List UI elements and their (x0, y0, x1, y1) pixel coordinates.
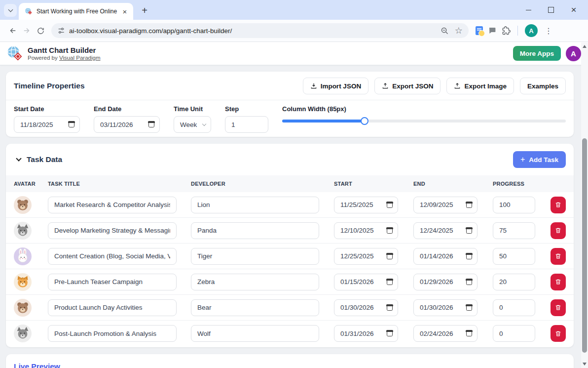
examples-button[interactable]: Examples (520, 78, 566, 94)
close-button[interactable] (562, 0, 585, 20)
browser-titlebar: Start Working with Free Online (0, 0, 588, 20)
task-title-input[interactable] (48, 325, 177, 342)
column-width-slider[interactable] (282, 120, 566, 123)
add-task-button[interactable]: Add Task (513, 151, 566, 168)
task-title-input[interactable] (48, 222, 177, 239)
zoom-out-icon[interactable] (441, 27, 449, 35)
time-unit-field: Time Unit Week (174, 105, 211, 133)
calendar-icon[interactable] (387, 202, 393, 208)
delete-task-button[interactable] (551, 325, 566, 342)
app-header: Gantt Chart Builder Powered by Visual Pa… (0, 42, 588, 65)
table-row: 01/31/2026 02/24/2026 (6, 321, 574, 346)
page-scrollbar[interactable] (581, 42, 588, 368)
calendar-icon[interactable] (466, 202, 472, 208)
calendar-icon[interactable] (387, 253, 393, 259)
calendar-icon[interactable] (387, 330, 393, 336)
task-title-input[interactable] (48, 274, 177, 290)
more-apps-button[interactable]: More Apps (513, 46, 561, 61)
chevron-down-icon (202, 122, 206, 125)
upload-icon (382, 82, 389, 89)
start-date-input[interactable]: 01/31/2026 (334, 325, 398, 342)
end-date-input[interactable]: 12/09/2025 (413, 197, 478, 213)
reload-button[interactable] (34, 24, 47, 38)
developer-input[interactable] (191, 222, 319, 239)
scrollbar-thumb[interactable] (582, 138, 587, 353)
progress-input[interactable] (493, 248, 535, 265)
step-input[interactable] (225, 116, 268, 133)
time-unit-select[interactable]: Week (174, 116, 211, 133)
start-date-input[interactable]: 12/25/2025 (334, 248, 398, 265)
export-image-button[interactable]: Export Image (446, 78, 514, 94)
end-date-input[interactable]: 12/24/2025 (413, 222, 478, 239)
bookmark-star-icon[interactable] (455, 26, 463, 35)
developer-input[interactable] (191, 248, 319, 265)
back-arrow-icon (8, 26, 17, 35)
task-title-input[interactable] (48, 248, 177, 265)
end-date-input[interactable]: 01/29/2026 (413, 274, 478, 290)
column-header-end: END (413, 181, 493, 187)
delete-task-button[interactable] (551, 299, 566, 316)
minimize-button[interactable] (517, 0, 540, 20)
calendar-icon[interactable] (466, 305, 472, 311)
extensions-puzzle-icon[interactable] (502, 26, 511, 35)
scroll-down-arrow-icon[interactable] (583, 363, 587, 366)
back-button[interactable] (6, 24, 20, 38)
start-date-input[interactable]: 11/18/2025 (14, 116, 80, 133)
tab-close-icon[interactable] (120, 7, 129, 16)
user-avatar[interactable]: A (566, 46, 581, 61)
task-title-input[interactable] (48, 197, 177, 213)
developer-input[interactable] (191, 299, 319, 316)
download-extension-icon[interactable] (476, 26, 483, 35)
end-date-input[interactable]: 01/14/2026 (413, 248, 478, 265)
task-title-input[interactable] (48, 299, 177, 316)
calendar-icon[interactable] (387, 279, 393, 285)
calendar-icon[interactable] (466, 330, 472, 336)
developer-input[interactable] (191, 197, 319, 213)
browser-menu-icon[interactable] (543, 26, 554, 36)
calendar-icon[interactable] (466, 228, 472, 234)
forward-button[interactable] (20, 24, 34, 38)
collapse-chevron-icon[interactable] (16, 156, 21, 161)
progress-input[interactable] (493, 325, 535, 342)
site-info-icon[interactable] (57, 27, 65, 35)
end-date-input[interactable]: 01/30/2026 (413, 299, 478, 316)
import-json-button[interactable]: Import JSON (303, 78, 369, 94)
calendar-icon[interactable] (466, 253, 472, 259)
tab-search-button[interactable] (4, 4, 17, 17)
visual-paradigm-link[interactable]: Visual Paradigm (59, 55, 101, 61)
end-date-input[interactable]: 02/24/2026 (413, 325, 478, 342)
calendar-icon[interactable] (148, 122, 154, 127)
delete-task-button[interactable] (551, 197, 566, 213)
export-json-button[interactable]: Export JSON (374, 78, 441, 94)
developer-input[interactable] (191, 274, 319, 290)
developer-input[interactable] (191, 325, 319, 342)
start-date-input[interactable]: 01/15/2026 (334, 274, 398, 290)
start-date-input[interactable]: 01/30/2026 (334, 299, 398, 316)
delete-task-button[interactable] (551, 248, 566, 265)
progress-input[interactable] (493, 197, 535, 213)
browser-tab[interactable]: Start Working with Free Online (19, 3, 133, 20)
rabbit-avatar (14, 247, 32, 265)
start-date-input[interactable]: 12/10/2025 (334, 222, 398, 239)
end-date-input[interactable]: 03/11/2026 (94, 116, 160, 133)
start-date-input[interactable]: 11/25/2025 (334, 197, 398, 213)
table-row: 12/10/2025 12/24/2025 (6, 218, 574, 244)
comment-bubble-icon[interactable] (488, 26, 497, 35)
calendar-icon[interactable] (387, 305, 393, 311)
maximize-button[interactable] (540, 0, 562, 20)
new-tab-button[interactable] (138, 4, 151, 17)
address-bar[interactable]: ai-toolbox.visual-paradigm.com/app/gantt… (51, 23, 469, 38)
delete-task-button[interactable] (551, 274, 566, 290)
browser-profile-avatar[interactable]: A (525, 24, 538, 37)
bear-avatar (14, 196, 32, 214)
calendar-icon[interactable] (387, 228, 393, 234)
progress-input[interactable] (493, 299, 535, 316)
delete-task-button[interactable] (551, 222, 566, 239)
slider-thumb[interactable] (361, 117, 368, 125)
calendar-icon[interactable] (69, 122, 74, 127)
calendar-icon[interactable] (466, 279, 472, 285)
progress-input[interactable] (493, 274, 535, 290)
progress-input[interactable] (493, 222, 535, 239)
scroll-up-arrow-icon[interactable] (583, 45, 587, 48)
step-field: Step (225, 105, 268, 133)
